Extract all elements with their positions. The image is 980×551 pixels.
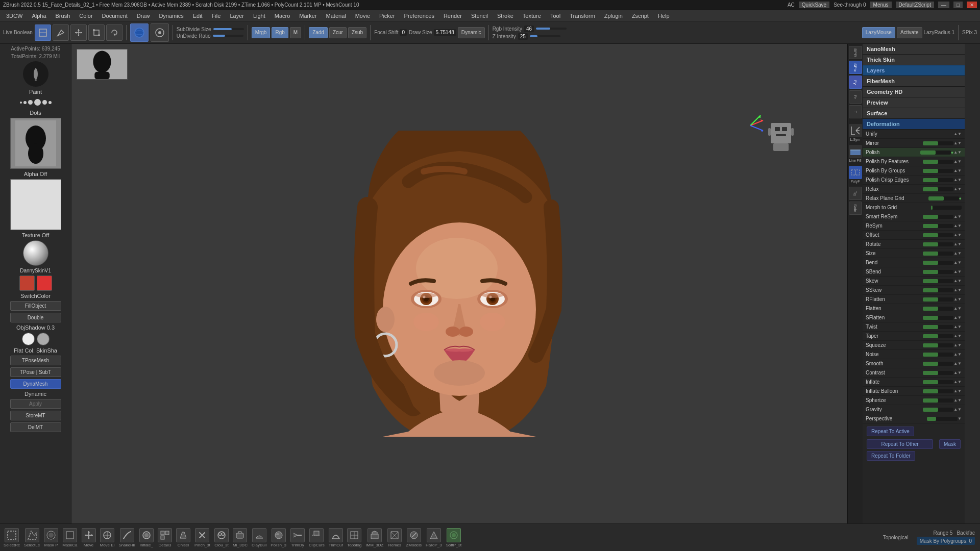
tool-icon-2[interactable] bbox=[151, 23, 169, 42]
skew-slider[interactable] bbox=[923, 279, 953, 283]
geometry-hd-header[interactable]: Geometry HD bbox=[863, 87, 965, 97]
solo-button[interactable]: Solo bbox=[849, 202, 862, 215]
store-mt-button[interactable]: StoreMT bbox=[10, 411, 61, 420]
circle-dark[interactable] bbox=[37, 333, 50, 345]
rgb-button[interactable]: Rgb bbox=[272, 27, 288, 38]
color-swatch-red-dark[interactable] bbox=[19, 276, 35, 291]
rotate-slider[interactable] bbox=[923, 242, 953, 246]
relax-slider[interactable] bbox=[923, 187, 953, 191]
repeat-to-folder-button[interactable]: Repeat To Folder bbox=[867, 451, 915, 461]
menu-transform[interactable]: Transform bbox=[566, 12, 599, 20]
menu-dynamics[interactable]: Dynamics bbox=[155, 12, 187, 20]
maximize-button[interactable]: □ bbox=[953, 2, 963, 8]
gravity-slider[interactable] bbox=[923, 408, 953, 412]
deform-skew[interactable]: Skew ▲▼ bbox=[863, 277, 965, 286]
dynamic-button[interactable]: Dynamic bbox=[458, 27, 485, 38]
undivide-slider[interactable] bbox=[213, 35, 243, 37]
tool-mi-3dc[interactable]: Mi_3DC bbox=[231, 528, 249, 548]
menu-color[interactable]: Color bbox=[75, 12, 96, 20]
taper-slider[interactable] bbox=[923, 334, 953, 338]
zadd-button[interactable]: Zadd bbox=[309, 27, 328, 38]
deform-smooth[interactable]: Smooth ▲▼ bbox=[863, 359, 965, 368]
tool-imm-3dz[interactable]: IMM_3DZ bbox=[364, 528, 385, 548]
deform-offset[interactable]: Offset ▲▼ bbox=[863, 231, 965, 240]
contrast-slider[interactable] bbox=[923, 371, 953, 375]
deform-sbend[interactable]: SBend ▲▼ bbox=[863, 267, 965, 277]
move-button[interactable] bbox=[70, 24, 87, 41]
polish-slider[interactable] bbox=[920, 151, 951, 155]
spix-button[interactable]: SPix bbox=[849, 61, 862, 74]
tool-mask-p[interactable]: Mask P bbox=[42, 528, 60, 548]
tool-detail3[interactable]: Detail3 bbox=[156, 528, 174, 548]
rotate-button[interactable] bbox=[106, 24, 122, 41]
menu-light[interactable]: Light bbox=[249, 12, 270, 20]
rflatten-slider[interactable] bbox=[923, 297, 953, 302]
deform-gravity[interactable]: Gravity ▲▼ bbox=[863, 405, 965, 414]
inflate-balloon-slider[interactable] bbox=[923, 389, 953, 393]
tool-mask-ca[interactable]: MaskCa bbox=[61, 528, 79, 548]
edit-button[interactable] bbox=[35, 24, 51, 41]
menus-button[interactable]: Menus bbox=[870, 2, 892, 8]
polish-groups-slider[interactable] bbox=[923, 169, 953, 173]
deform-smart-resym[interactable]: Smart ReSym ▲▼ bbox=[863, 212, 965, 221]
brush-icon[interactable] bbox=[23, 61, 48, 87]
mirror-slider[interactable] bbox=[923, 141, 953, 145]
deform-rotate[interactable]: Rotate ▲▼ bbox=[863, 240, 965, 249]
menu-stencil[interactable]: Stencil bbox=[467, 12, 492, 20]
menu-picker[interactable]: Picker bbox=[375, 12, 399, 20]
ferry-button[interactable]: Fy bbox=[849, 76, 862, 89]
deform-size[interactable]: Size ▲▼ bbox=[863, 249, 965, 258]
relax-plane-slider[interactable] bbox=[928, 196, 959, 201]
bend-slider[interactable] bbox=[923, 261, 953, 265]
menu-document[interactable]: Document bbox=[98, 12, 132, 20]
inflate-slider[interactable] bbox=[923, 380, 953, 384]
menu-alpha[interactable]: Alpha bbox=[28, 12, 50, 20]
menu-brush[interactable]: Brush bbox=[52, 12, 75, 20]
deformation-header[interactable]: Deformation bbox=[863, 119, 965, 130]
deform-relax[interactable]: Relax ▲▼ bbox=[863, 185, 965, 194]
smart-resym-slider[interactable] bbox=[923, 215, 953, 219]
bpr-button[interactable]: BPR bbox=[849, 46, 862, 59]
tool-hardp-3[interactable]: HardP_3 bbox=[424, 528, 444, 548]
nanomesh-header[interactable]: NanoMesh bbox=[863, 44, 965, 55]
material-sphere[interactable] bbox=[23, 240, 48, 266]
apply-button[interactable]: Apply bbox=[10, 399, 61, 409]
tpose-subt-button[interactable]: TPose | SubT bbox=[10, 367, 61, 377]
tool-chisel[interactable]: Chisel bbox=[175, 528, 192, 548]
tool-select-le[interactable]: SelectLe bbox=[22, 528, 41, 548]
deform-spherize[interactable]: Spherize ▲▼ bbox=[863, 396, 965, 405]
deform-polish[interactable]: Polish ● ▲▼ bbox=[863, 148, 965, 157]
subdivide-slider[interactable] bbox=[213, 28, 244, 30]
deform-sskew[interactable]: SSkew ▲▼ bbox=[863, 286, 965, 295]
smooth-slider[interactable] bbox=[923, 362, 953, 366]
deform-polish-by-features[interactable]: Polish By Features ▲▼ bbox=[863, 157, 965, 166]
tool-topolog[interactable]: Topolog bbox=[346, 528, 363, 548]
viewport[interactable] bbox=[71, 44, 847, 523]
deform-noise[interactable]: Noise ▲▼ bbox=[863, 350, 965, 359]
lazy-mouse-button[interactable]: LazyMouse bbox=[862, 27, 895, 38]
fill-object-button[interactable]: FillObject bbox=[10, 301, 61, 311]
tool-clip-curs[interactable]: ClipCurs bbox=[307, 528, 326, 548]
menu-stroke[interactable]: Stroke bbox=[493, 12, 518, 20]
spherize-slider[interactable] bbox=[923, 398, 953, 403]
z-intensity-slider[interactable] bbox=[530, 35, 560, 37]
menu-tool[interactable]: Tool bbox=[546, 12, 565, 20]
menu-zplugin[interactable]: Zplugin bbox=[600, 12, 627, 20]
tangy-button[interactable]: T bbox=[849, 105, 862, 118]
resym-slider[interactable] bbox=[923, 224, 953, 228]
frame-button[interactable]: Fr bbox=[849, 90, 862, 104]
tool-trim-cur[interactable]: TrimCur bbox=[327, 528, 345, 548]
rgb-intensity-slider[interactable] bbox=[536, 28, 567, 30]
circle-light[interactable] bbox=[22, 333, 35, 345]
preview-header[interactable]: Preview bbox=[863, 97, 965, 108]
double-button[interactable]: Double bbox=[10, 313, 61, 322]
deform-twist[interactable]: Twist ▲▼ bbox=[863, 322, 965, 332]
twist-slider[interactable] bbox=[923, 325, 953, 329]
menu-zscript[interactable]: Zscript bbox=[628, 12, 653, 20]
deform-rflatten[interactable]: RFlatten ▲▼ bbox=[863, 295, 965, 304]
tool-softp-3t[interactable]: SoftP_3t bbox=[445, 528, 463, 548]
sphere-tool[interactable] bbox=[130, 23, 149, 42]
texture-preview[interactable] bbox=[10, 179, 61, 230]
tool-clay-buil[interactable]: ClayBuil bbox=[250, 528, 268, 548]
polish-features-slider[interactable] bbox=[923, 160, 953, 164]
